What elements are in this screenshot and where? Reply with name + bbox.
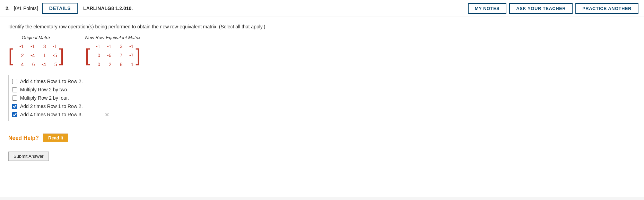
matrix-cell: 3 [114, 44, 122, 49]
matrix-cell: -1 [49, 44, 57, 49]
right-bracket-orig: ] [59, 46, 64, 64]
ask-teacher-button[interactable]: ASK YOUR TEACHER [509, 3, 573, 14]
right-bracket-new: ] [136, 46, 140, 64]
new-matrix-block: New Row-Equivalent Matrix [ -1-13-10-67-… [85, 35, 141, 69]
matrix-cell: -1 [26, 44, 35, 49]
matrix-cell: 6 [26, 62, 35, 67]
option-row: Multiply Row 2 by four. [12, 95, 108, 101]
option-label-3: Multiply Row 2 by four. [20, 95, 69, 101]
original-matrix-grid: -1-13-12-41-546-45 [14, 42, 58, 69]
matrix-cell: -1 [125, 44, 133, 49]
matrix-cell: 0 [92, 62, 100, 67]
top-bar: 2. [0/1 Points] DETAILS LARLINALG8 1.2.0… [0, 0, 644, 17]
options-box: Add 4 times Row 1 to Row 2.Multiply Row … [8, 75, 112, 121]
option-row: Add 4 times Row 1 to Row 2. [12, 79, 108, 84]
read-it-button[interactable]: Read It [43, 134, 68, 142]
matrix-cell: 3 [37, 44, 46, 49]
matrix-cell: -5 [49, 53, 57, 58]
matrix-cell: 7 [114, 53, 122, 58]
problem-id: LARLINALG8 1.2.010. [83, 6, 133, 11]
matrix-cell: 0 [92, 53, 100, 58]
matrix-cell: -4 [26, 53, 35, 58]
left-bracket-orig: [ [8, 46, 13, 64]
left-bracket-new: [ [85, 46, 90, 64]
matrix-cell: 2 [15, 53, 24, 58]
new-matrix-wrapper: [ -1-13-10-67-70281 ] [85, 42, 141, 69]
matrix-cell: 1 [125, 62, 133, 67]
submit-row: Submit Answer [8, 148, 636, 161]
checkbox-1[interactable] [12, 79, 17, 84]
matrix-cell: 2 [103, 62, 111, 67]
points-label: [0/1 Points] [14, 6, 38, 11]
question-text: Identify the elementary row operation(s)… [8, 24, 636, 29]
option-label-5: Add 4 times Row 1 to Row 3. [20, 112, 83, 117]
submit-button[interactable]: Submit Answer [8, 152, 49, 161]
my-notes-button[interactable]: MY NOTES [468, 3, 507, 14]
matrix-cell: -7 [125, 53, 133, 58]
details-button[interactable]: DETAILS [42, 3, 78, 14]
matrix-cell: 5 [49, 62, 57, 67]
main-content: Identify the elementary row operation(s)… [0, 17, 644, 197]
original-matrix-block: Original Matrix [ -1-13-12-41-546-45 ] [8, 35, 64, 69]
matrix-cell: 8 [114, 62, 122, 67]
original-matrix-label: Original Matrix [22, 35, 51, 40]
checkbox-5[interactable] [12, 112, 17, 117]
question-number: 2. [6, 6, 10, 11]
option-row: Multiply Row 2 by two. [12, 87, 108, 92]
matrix-cell: -4 [37, 62, 46, 67]
checkbox-3[interactable] [12, 96, 17, 101]
need-help-text: Need Help? [8, 135, 39, 141]
matrix-cell: -6 [103, 53, 111, 58]
option-row: Add 2 times Row 1 to Row 2. [12, 103, 108, 109]
option-row: Add 4 times Row 1 to Row 3. [12, 112, 108, 117]
matrix-cell: 1 [37, 53, 46, 58]
option-label-1: Add 4 times Row 1 to Row 2. [20, 79, 83, 84]
matrix-cell: -1 [92, 44, 100, 49]
top-bar-right: MY NOTES ASK YOUR TEACHER PRACTICE ANOTH… [468, 3, 638, 14]
matrix-cell: -1 [103, 44, 111, 49]
matrices-row: Original Matrix [ -1-13-12-41-546-45 ] N… [8, 35, 636, 69]
new-matrix-label: New Row-Equivalent Matrix [85, 35, 141, 40]
matrix-cell: -1 [15, 44, 24, 49]
original-matrix-wrapper: [ -1-13-12-41-546-45 ] [8, 42, 64, 69]
matrix-cell: 4 [15, 62, 24, 67]
option-label-2: Multiply Row 2 by two. [20, 87, 68, 92]
need-help-row: Need Help? Read It [8, 134, 636, 142]
checkbox-2[interactable] [12, 87, 17, 92]
option-label-4: Add 2 times Row 1 to Row 2. [20, 103, 83, 109]
practice-another-button[interactable]: PRACTICE ANOTHER [575, 3, 638, 14]
new-matrix-grid: -1-13-10-67-70281 [90, 42, 135, 69]
checkbox-4[interactable] [12, 104, 17, 109]
clear-icon[interactable]: ✕ [105, 111, 109, 118]
